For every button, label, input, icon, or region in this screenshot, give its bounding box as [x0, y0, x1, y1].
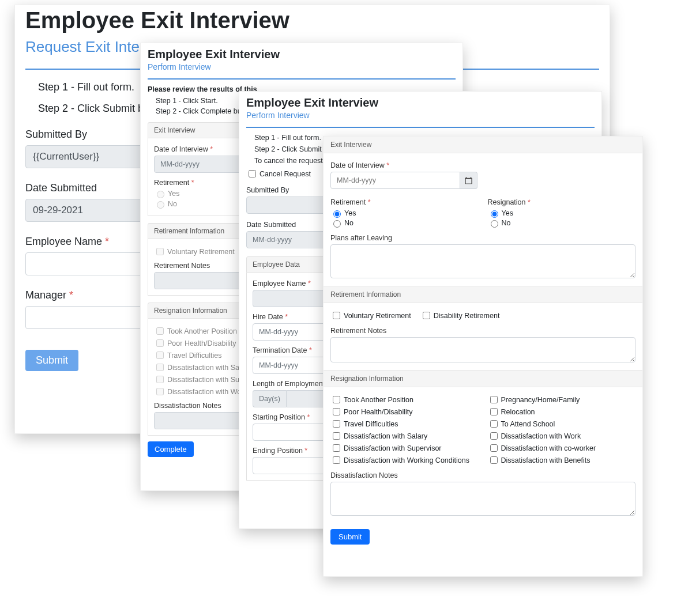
employee-name-label-text: Employee Name	[253, 279, 306, 288]
checkbox-label: Relocation	[501, 408, 535, 416]
page-title: Employee Exit Interview	[148, 48, 456, 61]
required-marker: *	[308, 279, 311, 288]
checkbox-label: Dissatisfaction with co-worker	[501, 444, 596, 452]
page-title: Employee Exit Interview	[246, 96, 595, 109]
radio-label: No	[502, 219, 511, 227]
checkbox-label: Travel Difficulties	[167, 352, 221, 360]
resignation-option[interactable]: Dissatisfaction with co-worker	[488, 443, 636, 454]
checkbox-label: Poor Health/Disability	[344, 408, 413, 416]
resignation-option[interactable]: Dissatisfaction with Salary	[330, 430, 479, 441]
required-marker: *	[309, 346, 312, 354]
date-of-interview-input[interactable]	[330, 172, 460, 189]
radio-label: Yes	[502, 209, 513, 217]
checkbox-label: Travel Difficulties	[344, 420, 398, 428]
length-unit-addon: Day(s)	[253, 390, 286, 407]
radio-label: Yes	[344, 209, 356, 217]
checkbox-label: Poor Health/Disability	[167, 339, 236, 347]
retirement-label-text: Retirement	[154, 179, 189, 187]
checkbox-label: Pregnancy/Home/Family	[501, 396, 580, 404]
section-body-exit-interview: Date of Interview * Retirement * Yes No	[324, 153, 642, 286]
checkbox-label: Took Another Position	[167, 327, 237, 335]
hire-date-label-text: Hire Date	[253, 313, 283, 321]
retirement-notes-input[interactable]	[330, 337, 635, 362]
date-of-interview-label-text: Date of Interview	[330, 161, 385, 169]
retirement-label: Retirement *	[330, 198, 479, 206]
checkbox-label: Voluntary Retirement	[167, 248, 235, 256]
calendar-icon[interactable]	[460, 172, 477, 189]
checkbox-label: Dissatisfaction with Supervisor	[344, 444, 442, 452]
resignation-option[interactable]: Dissatisfaction with Working Conditions	[330, 455, 479, 466]
dissatisfaction-notes-input[interactable]	[330, 482, 635, 516]
date-of-interview-label-text: Date of Interview	[154, 145, 208, 153]
resignation-label: Resignation *	[488, 198, 636, 206]
date-of-interview-group	[330, 172, 477, 189]
section-header-resignation-info: Resignation Information	[324, 370, 642, 387]
date-of-interview-input: MM-dd-yyyy	[154, 156, 252, 173]
plans-after-leaving-input[interactable]	[330, 244, 635, 278]
page-subtitle: Perform Interview	[246, 111, 595, 120]
starting-position-label-text: Starting Position	[253, 413, 305, 421]
submit-button[interactable]: Submit	[25, 350, 78, 371]
required-marker: *	[210, 145, 213, 153]
complete-button[interactable]: Complete	[148, 441, 194, 457]
section-body-retirement-info: Voluntary Retirement Disability Retireme…	[324, 303, 642, 370]
divider	[148, 78, 456, 80]
checkbox-label: Voluntary Retirement	[344, 312, 411, 320]
resignation-option[interactable]: To Attend School	[488, 418, 636, 429]
required-marker: *	[307, 413, 310, 421]
voluntary-retirement-checkbox[interactable]: Voluntary Retirement	[330, 310, 411, 321]
resignation-option[interactable]: Dissatisfaction with Benefits	[488, 455, 636, 466]
required-marker: *	[285, 313, 288, 321]
required-marker: *	[105, 236, 109, 247]
required-marker: *	[528, 198, 531, 206]
retirement-notes-label: Retirement Notes	[330, 327, 635, 335]
resignation-option[interactable]: Dissatisfaction with Supervisor	[330, 443, 479, 454]
resignation-option[interactable]: Relocation	[488, 406, 636, 417]
checkbox-label: Disability Retirement	[434, 312, 500, 320]
section-header-retirement-info: Retirement Information	[324, 286, 642, 303]
ending-position-label-text: Ending Position	[253, 447, 303, 455]
cancel-request-checkbox-input[interactable]	[249, 170, 256, 177]
date-of-interview-label: Date of Interview *	[330, 161, 635, 169]
section-body-resignation-info: Took Another Position Poor Health/Disabi…	[324, 387, 642, 523]
resignation-option[interactable]: Pregnancy/Home/Family	[488, 394, 636, 405]
plans-after-leaving-label: Plans after Leaving	[330, 234, 635, 242]
resignation-option[interactable]: Took Another Position	[330, 394, 479, 405]
checkbox-label: Cancel Request	[260, 170, 311, 178]
submit-button[interactable]: Submit	[330, 529, 370, 545]
required-marker: *	[386, 161, 389, 169]
dissatisfaction-notes-label: Dissatisfaction Notes	[330, 471, 635, 479]
resignation-yes-radio[interactable]: Yes	[488, 209, 636, 218]
retirement-label-text: Retirement	[330, 198, 366, 206]
checkbox-label: To Attend School	[501, 420, 555, 428]
resignation-option[interactable]: Dissatisfaction with Work	[488, 430, 636, 441]
checkbox-label: Dissatisfaction with Benefits	[501, 456, 591, 464]
resignation-label-text: Resignation	[488, 198, 526, 206]
required-marker: *	[368, 198, 371, 206]
retirement-yes-radio[interactable]: Yes	[330, 209, 479, 218]
checkbox-label: Dissatisfaction with Work	[501, 432, 581, 440]
resignation-option[interactable]: Poor Health/Disability	[330, 406, 479, 417]
checkbox-label: Dissatisfaction with Working Conditions	[344, 456, 469, 464]
employee-name-label-text: Employee Name	[25, 236, 102, 247]
page-title: Employee Exit Interview	[25, 7, 599, 33]
retirement-no-radio[interactable]: No	[330, 218, 479, 228]
resignation-no-radio[interactable]: No	[488, 218, 636, 228]
checkbox-label: Took Another Position	[344, 396, 413, 404]
radio-label: No	[344, 219, 353, 227]
required-marker: *	[304, 447, 307, 455]
section-header-exit-interview: Exit Interview	[324, 137, 642, 153]
termination-date-label-text: Termination Date	[253, 346, 307, 354]
radio-label: Yes	[168, 190, 179, 198]
disability-retirement-checkbox[interactable]: Disability Retirement	[420, 310, 500, 321]
divider	[246, 127, 595, 128]
required-marker: *	[69, 289, 73, 301]
radio-label: No	[168, 200, 177, 208]
manager-label-text: Manager	[25, 289, 66, 301]
panel-exit-interview-main: Exit Interview Date of Interview * Retir…	[323, 136, 643, 577]
page-subtitle: Perform Interview	[148, 62, 456, 71]
checkbox-label: Dissatisfaction with Salary	[344, 432, 427, 440]
required-marker: *	[191, 179, 194, 187]
resignation-option[interactable]: Travel Difficulties	[330, 418, 479, 429]
